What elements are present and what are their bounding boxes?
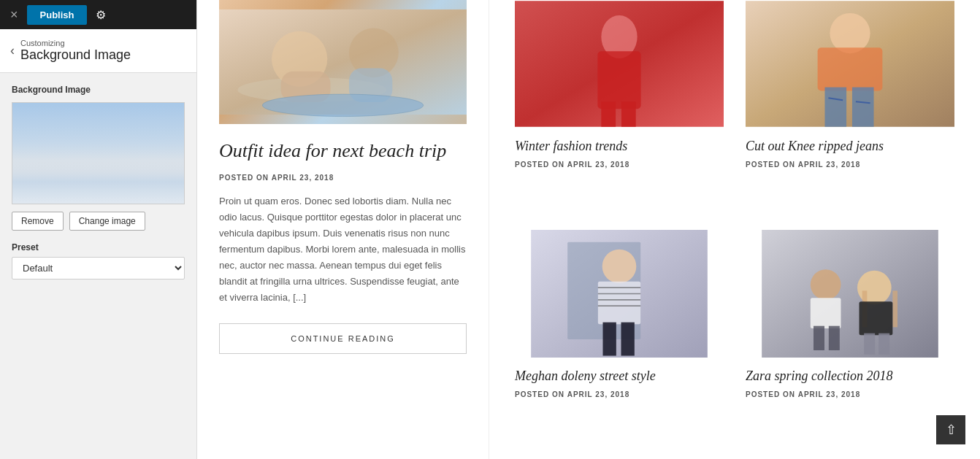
close-button[interactable]: × bbox=[7, 8, 21, 21]
svg-rect-37 bbox=[892, 290, 897, 327]
grid-post-3: Meghan doleny street style POSTED ON APR… bbox=[504, 230, 735, 460]
grid-post-title-4: Zara spring collection 2018 bbox=[746, 368, 954, 385]
grid-post-meta-3: POSTED ON APRIL 23, 2018 bbox=[515, 390, 724, 398]
svg-rect-40 bbox=[878, 333, 889, 354]
svg-rect-33 bbox=[814, 325, 824, 350]
scroll-to-top-button[interactable]: ⇧ bbox=[936, 415, 965, 444]
breadcrumb: Customizing Background Image bbox=[20, 39, 131, 63]
svg-rect-16 bbox=[824, 88, 846, 127]
featured-post-excerpt: Proin ut quam eros. Donec sed lobortis d… bbox=[219, 193, 467, 306]
grid-post-meta-4: POSTED ON APRIL 23, 2018 bbox=[746, 390, 954, 398]
preset-select[interactable]: Default Fill Screen Fit to Screen Repeat… bbox=[12, 257, 185, 279]
grid-post-image-1 bbox=[515, 0, 724, 128]
top-bar: × Publish ⚙ bbox=[0, 0, 196, 29]
grid-post-title-3: Meghan doleny street style bbox=[515, 368, 724, 385]
featured-post-image bbox=[219, 0, 467, 124]
bg-image-preview bbox=[12, 102, 185, 204]
change-image-button[interactable]: Change image bbox=[69, 212, 145, 231]
continue-reading-button[interactable]: CONTINUE READING bbox=[219, 323, 467, 354]
section-title: Background Image bbox=[20, 47, 131, 63]
svg-point-31 bbox=[811, 269, 841, 300]
svg-rect-38 bbox=[860, 301, 893, 335]
panel-content: Background Image Remove Change image Pre… bbox=[0, 73, 196, 459]
svg-rect-34 bbox=[829, 325, 840, 350]
grid-post-meta-2: POSTED ON APRIL 23, 2018 bbox=[746, 161, 954, 169]
preset-label: Preset bbox=[12, 242, 185, 252]
featured-post-meta: POSTED ON APRIL 23, 2018 bbox=[219, 174, 467, 182]
grid-post-meta-1: POSTED ON APRIL 23, 2018 bbox=[515, 161, 724, 169]
clouds-decoration bbox=[12, 160, 184, 204]
featured-post-meta-prefix: POSTED ON bbox=[219, 174, 269, 182]
posts-grid: Winter fashion trends POSTED ON APRIL 23… bbox=[489, 0, 980, 459]
svg-rect-32 bbox=[811, 298, 841, 328]
svg-rect-11 bbox=[601, 101, 616, 127]
svg-point-22 bbox=[602, 249, 637, 283]
grid-post-image-3 bbox=[515, 230, 724, 358]
svg-rect-28 bbox=[603, 322, 616, 355]
gear-button[interactable]: ⚙ bbox=[93, 8, 109, 22]
grid-post-title-2: Cut out Knee ripped jeans bbox=[746, 138, 954, 155]
grid-post-4: Zara spring collection 2018 POSTED ON AP… bbox=[735, 230, 965, 460]
grid-post-image-2 bbox=[746, 0, 954, 128]
svg-rect-39 bbox=[864, 333, 875, 354]
grid-post-title-1: Winter fashion trends bbox=[515, 138, 724, 155]
grid-post-1: Winter fashion trends POSTED ON APRIL 23… bbox=[504, 0, 735, 230]
svg-rect-12 bbox=[621, 101, 636, 127]
grid-post-2: Cut out Knee ripped jeans POSTED ON APRI… bbox=[735, 0, 965, 230]
featured-post-meta-date: APRIL 23, 2018 bbox=[272, 174, 334, 182]
image-buttons: Remove Change image bbox=[12, 212, 185, 231]
remove-image-button[interactable]: Remove bbox=[12, 212, 64, 231]
svg-rect-29 bbox=[621, 322, 635, 355]
left-panel: × Publish ⚙ ‹ Customizing Background Ima… bbox=[0, 0, 197, 459]
svg-rect-10 bbox=[597, 51, 640, 109]
featured-post-title: Outfit idea for next beach trip bbox=[219, 139, 467, 163]
grid-post-image-4 bbox=[746, 230, 954, 358]
content-area: Outfit idea for next beach trip POSTED O… bbox=[197, 0, 980, 459]
back-button[interactable]: ‹ bbox=[10, 43, 15, 58]
back-bar: ‹ Customizing Background Image bbox=[0, 29, 196, 73]
publish-button[interactable]: Publish bbox=[27, 5, 88, 25]
customizing-label: Customizing bbox=[20, 39, 131, 47]
svg-rect-30 bbox=[762, 230, 938, 358]
svg-rect-17 bbox=[852, 88, 874, 127]
main-content: Outfit idea for next beach trip POSTED O… bbox=[197, 0, 980, 459]
featured-post: Outfit idea for next beach trip POSTED O… bbox=[197, 0, 489, 459]
svg-point-14 bbox=[830, 13, 870, 53]
bg-image-label: Background Image bbox=[12, 85, 185, 95]
svg-rect-15 bbox=[818, 47, 883, 90]
